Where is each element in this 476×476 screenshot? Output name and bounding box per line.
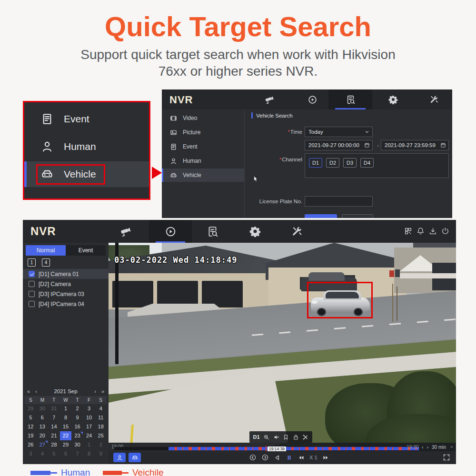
reverse-play-icon[interactable]: [274, 454, 281, 461]
timeline-bar[interactable]: 19:14:39: [114, 447, 419, 450]
calendar-day[interactable]: 6: [37, 413, 49, 422]
calendar-day[interactable]: 18: [95, 422, 107, 431]
calendar-day[interactable]: 1: [83, 440, 95, 449]
timeline-range[interactable]: 30 min: [432, 445, 446, 450]
date-end-input[interactable]: 2021-09-27 23:59:59: [381, 140, 449, 150]
nav-settings[interactable]: [382, 89, 405, 109]
calendar-day[interactable]: 5: [48, 449, 60, 458]
calendar-day[interactable]: 31: [48, 404, 60, 413]
camera-row[interactable]: [D4] IPCamera 04: [23, 299, 109, 309]
camera-checkbox[interactable]: [29, 271, 35, 277]
calendar-day[interactable]: 30: [71, 440, 83, 449]
timeline[interactable]: 19:00 19:14:39 19:30 ‹ › 30 min: [109, 443, 456, 451]
calendar-day[interactable]: 16: [71, 422, 83, 431]
camera-row[interactable]: [D1] Camera 01: [23, 269, 109, 279]
calendar-day[interactable]: 27: [37, 440, 49, 449]
vehicle-filter-button[interactable]: [129, 453, 141, 462]
lock-icon[interactable]: [293, 434, 299, 440]
calendar-day[interactable]: 1: [60, 404, 72, 413]
sidebar-item-picture[interactable]: Picture: [162, 126, 244, 139]
date-start-input[interactable]: 2021-09-27 00:00:00: [305, 140, 373, 150]
clip-icon[interactable]: [302, 434, 308, 440]
channel-button[interactable]: D2: [326, 158, 339, 168]
calendar-day[interactable]: 17: [83, 422, 95, 431]
calendar-day[interactable]: 20: [37, 431, 49, 440]
prev-year-icon[interactable]: «: [25, 388, 32, 394]
calendar-day[interactable]: 14: [48, 422, 60, 431]
next-month-icon[interactable]: ›: [91, 388, 99, 394]
calendar-day[interactable]: 7: [71, 449, 83, 458]
nav-settings[interactable]: [243, 220, 268, 243]
calendar-day[interactable]: 22: [60, 431, 72, 440]
camera-checkbox[interactable]: [29, 301, 35, 307]
calendar-day[interactable]: 29: [60, 440, 72, 449]
channel-button[interactable]: D1: [309, 158, 322, 168]
calendar-day[interactable]: 25: [95, 431, 107, 440]
bell-icon[interactable]: [416, 227, 425, 235]
view-1-button[interactable]: 1: [28, 258, 36, 267]
calendar-day[interactable]: 5: [25, 413, 37, 422]
nav-playback[interactable]: [149, 220, 192, 243]
timeline-prev-icon[interactable]: ‹: [422, 445, 423, 450]
nav-maintenance[interactable]: [285, 220, 309, 243]
calendar-day[interactable]: 9: [95, 449, 107, 458]
nav-maintenance[interactable]: [423, 89, 446, 109]
calendar-day[interactable]: 19: [25, 431, 37, 440]
sidebar-item-video[interactable]: Video: [162, 111, 244, 125]
calendar-day[interactable]: 2: [95, 440, 107, 449]
calendar-day[interactable]: 10: [83, 413, 95, 422]
menu-item-human[interactable]: Human: [24, 136, 149, 158]
calendar-day[interactable]: 26: [25, 440, 37, 449]
speed-label[interactable]: X 1: [309, 455, 317, 460]
camera-row[interactable]: [D2] Camera: [23, 279, 109, 289]
fullscreen-icon[interactable]: [443, 454, 450, 461]
sidebar-item-vehicle[interactable]: Vehicle: [162, 169, 244, 182]
nav-live-view[interactable]: [113, 220, 138, 243]
prev-month-icon[interactable]: ‹: [32, 388, 40, 394]
calendar-day[interactable]: 4: [37, 449, 49, 458]
rewind-30s-icon[interactable]: [249, 454, 257, 461]
calendar-day[interactable]: 6: [60, 449, 72, 458]
calendar-day[interactable]: 8: [83, 449, 95, 458]
calendar-day[interactable]: 3: [25, 449, 37, 458]
calendar-day[interactable]: 7: [48, 413, 60, 422]
reset-button[interactable]: [342, 214, 373, 218]
chevron-up-icon[interactable]: [449, 445, 454, 449]
calendar-day[interactable]: 23: [71, 431, 83, 440]
calendar-day[interactable]: 15: [60, 422, 72, 431]
timeline-next-icon[interactable]: ›: [427, 445, 428, 450]
camera-row[interactable]: [D3] IPCamera 03: [23, 289, 109, 299]
download-icon[interactable]: [429, 227, 437, 235]
camera-checkbox[interactable]: [29, 291, 35, 297]
pause-icon[interactable]: [286, 454, 293, 461]
power-icon[interactable]: [441, 227, 449, 235]
next-year-icon[interactable]: »: [99, 388, 107, 394]
calendar-day[interactable]: 2: [71, 404, 83, 413]
grid-icon[interactable]: [404, 227, 412, 235]
sidebar-item-human[interactable]: Human: [162, 154, 244, 168]
view-4-button[interactable]: 4: [42, 258, 50, 267]
nav-search[interactable]: [328, 89, 372, 109]
nav-live-view[interactable]: [258, 89, 281, 109]
calendar-day[interactable]: 12: [25, 422, 37, 431]
calendar-day[interactable]: 9: [71, 413, 83, 422]
search-button[interactable]: [305, 214, 337, 218]
license-plate-input[interactable]: [305, 196, 373, 207]
mute-icon[interactable]: [273, 434, 279, 440]
calendar-day[interactable]: 8: [60, 413, 72, 422]
digital-zoom-icon[interactable]: [263, 434, 269, 440]
speed-up-icon[interactable]: [322, 454, 329, 461]
calendar-day[interactable]: 30: [37, 404, 49, 413]
tab-event[interactable]: Event: [66, 245, 106, 256]
human-filter-button[interactable]: [113, 453, 126, 462]
calendar-day[interactable]: 4: [95, 404, 107, 413]
speed-down-icon[interactable]: [298, 454, 305, 461]
calendar-day[interactable]: 28: [48, 440, 60, 449]
bookmark-icon[interactable]: [283, 434, 289, 440]
camera-checkbox[interactable]: [29, 281, 35, 287]
nav-playback[interactable]: [301, 89, 324, 109]
channel-button[interactable]: D4: [360, 158, 374, 168]
time-select[interactable]: Today: [305, 127, 373, 137]
calendar-day[interactable]: 29: [25, 404, 37, 413]
calendar-day[interactable]: 21: [48, 431, 60, 440]
